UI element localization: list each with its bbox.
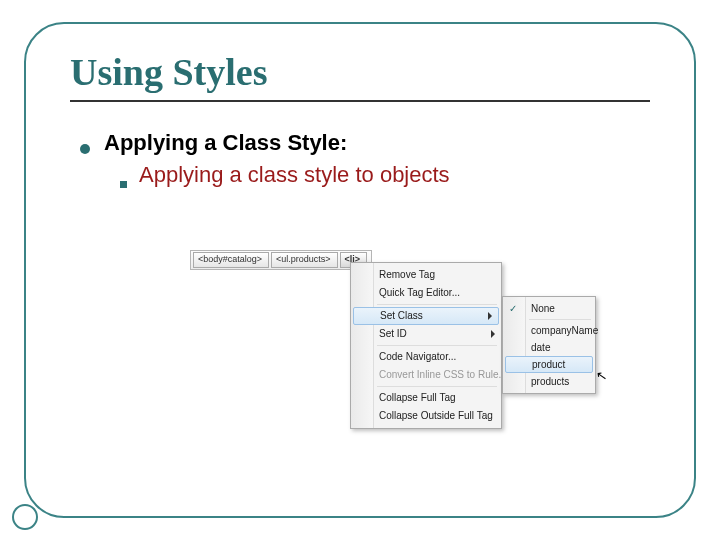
corner-ring-icon — [12, 504, 38, 530]
submenu-item-product[interactable]: product — [505, 356, 593, 373]
menu-item-label: Set ID — [379, 328, 407, 339]
menu-item-collapse-outside[interactable]: Collapse Outside Full Tag — [351, 407, 501, 425]
screenshot-region: <body#catalog> <ul.products> <li> Remove… — [190, 250, 570, 420]
menu-separator — [377, 304, 497, 305]
bullet-square-icon — [120, 181, 127, 188]
check-icon: ✓ — [509, 299, 517, 316]
context-menu: Remove Tag Quick Tag Editor... Set Class… — [350, 262, 502, 429]
slide-body: Applying a Class Style: Applying a class… — [80, 130, 650, 188]
bullet-disc-icon — [80, 144, 90, 154]
menu-separator — [529, 319, 591, 320]
submenu-item-products[interactable]: products — [503, 373, 595, 390]
menu-item-remove-tag[interactable]: Remove Tag — [351, 266, 501, 284]
menu-separator — [377, 345, 497, 346]
submenu-item-companyname[interactable]: companyName — [503, 322, 595, 339]
bullet-level-2: Applying a class style to objects — [120, 162, 650, 188]
tag-chip[interactable]: <ul.products> — [271, 252, 338, 268]
menu-separator — [377, 386, 497, 387]
menu-item-convert-inline-css[interactable]: Convert Inline CSS to Rule... — [351, 366, 501, 384]
menu-item-code-navigator[interactable]: Code Navigator... — [351, 348, 501, 366]
menu-item-set-class[interactable]: Set Class — [353, 307, 499, 325]
tag-chip[interactable]: <body#catalog> — [193, 252, 269, 268]
bullet-text-2: Applying a class style to objects — [139, 162, 450, 188]
cursor-icon: ↖ — [595, 367, 608, 384]
menu-item-label: Set Class — [380, 310, 423, 321]
submenu-item-none[interactable]: ✓ None — [503, 300, 595, 317]
submenu-arrow-icon — [488, 312, 492, 320]
tag-selector-bar: <body#catalog> <ul.products> <li> — [190, 250, 372, 270]
menu-item-quick-tag-editor[interactable]: Quick Tag Editor... — [351, 284, 501, 302]
bullet-level-1: Applying a Class Style: — [80, 130, 650, 156]
menu-item-set-id[interactable]: Set ID — [351, 325, 501, 343]
submenu-item-label: None — [531, 303, 555, 314]
class-submenu: ✓ None companyName date product products — [502, 296, 596, 394]
submenu-item-date[interactable]: date — [503, 339, 595, 356]
slide-title: Using Styles — [70, 50, 267, 94]
submenu-arrow-icon — [491, 330, 495, 338]
bullet-text-1: Applying a Class Style: — [104, 130, 347, 156]
menu-item-collapse-full-tag[interactable]: Collapse Full Tag — [351, 389, 501, 407]
title-underline — [70, 100, 650, 102]
